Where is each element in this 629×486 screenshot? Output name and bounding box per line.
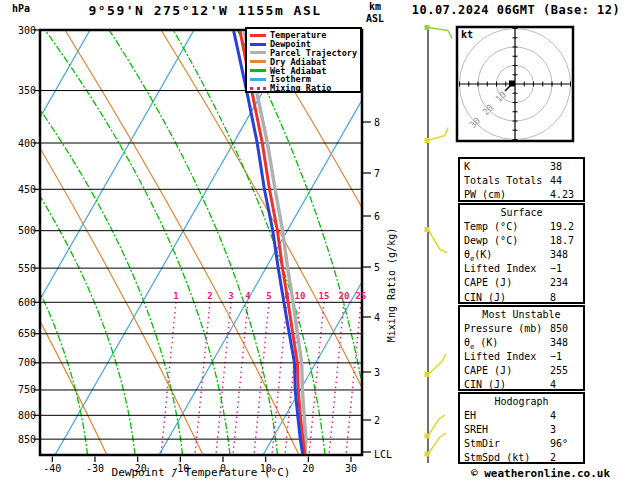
pressure-tick-label: 800 <box>18 410 36 421</box>
indices-table-section: HodographEH4SREH3StmDir96°StmSpd (kt)2 <box>458 392 585 464</box>
altitude-axis-unit-km: km <box>369 1 381 12</box>
altitude-tick-label: 4 <box>374 312 380 323</box>
lcl-label: LCL <box>374 449 392 460</box>
table-row-label: Pressure (mb) <box>464 322 542 336</box>
table-row-value: −1 <box>550 262 562 276</box>
wind-barb-staff <box>428 437 440 454</box>
dry-adiabat-line <box>0 30 11 455</box>
table-row-value: 44 <box>550 174 562 188</box>
datetime-label: 10.07.2024 06GMT (Base: 12) <box>403 3 629 17</box>
table-row-value: 4.23 <box>550 188 574 202</box>
mixing-ratio-tick-label: 10 <box>295 291 306 301</box>
legend-item-label: Parcel Trajectory <box>270 49 357 57</box>
isotherm-line <box>55 30 298 455</box>
page-title: 9°59'N 275°12'W 1155m ASL <box>40 3 370 18</box>
dry-adiabat-line <box>65 30 299 455</box>
altitude-tick-label: 7 <box>374 168 380 179</box>
pressure-tick-label: 850 <box>18 434 36 445</box>
mixing-ratio-tick-label: 3 <box>228 291 233 301</box>
table-row-label: Totals Totals <box>464 174 542 188</box>
pressure-tick-label: 450 <box>18 184 36 195</box>
pressure-tick-label: 550 <box>18 263 36 274</box>
altitude-tick-label: 8 <box>374 117 380 128</box>
legend-item-label: Dry Adiabat <box>270 58 326 66</box>
table-row: Pressure (mb)850 <box>460 322 583 336</box>
table-row-value: 2 <box>550 451 556 465</box>
table-row: CIN (J)8 <box>460 291 583 305</box>
mixing-ratio-tick-label: 5 <box>266 291 271 301</box>
legend-swatch-icon <box>250 78 266 81</box>
wet-adiabat-line <box>0 30 88 455</box>
wind-barb-tick <box>440 250 447 253</box>
table-row-value: 348 <box>550 336 568 350</box>
table-row: CIN (J)4 <box>460 378 583 392</box>
wind-barb-tick <box>440 433 446 437</box>
legend-swatch-icon <box>250 51 266 54</box>
table-row: PW (cm)4.23 <box>460 188 583 202</box>
legend-item-label: Dewpoint <box>270 40 311 48</box>
legend-item-label: Mixing Ratio <box>270 84 331 92</box>
pressure-tick-label: 350 <box>18 85 36 96</box>
mixing-ratio-tick-label: 1 <box>173 291 178 301</box>
pressure-tick-label: 700 <box>18 357 36 368</box>
table-row-label: Dewp (°C) <box>464 234 518 248</box>
table-row-label: StmDir <box>464 437 500 451</box>
legend-item-label: Isotherm <box>270 75 311 83</box>
table-row: Lifted Index−1 <box>460 262 583 276</box>
pressure-tick-label: 600 <box>18 297 36 308</box>
wind-barb-tick <box>439 415 445 419</box>
copyright-label: © weatheronline.co.uk <box>452 467 629 480</box>
table-row-value: 348 <box>550 248 568 262</box>
wind-barb-tick <box>442 354 446 362</box>
indices-table-section: Most UnstablePressure (mb)850θe (K)348Li… <box>458 305 585 391</box>
table-row: CAPE (J)255 <box>460 364 583 378</box>
mixing-ratio-line <box>329 302 344 455</box>
altitude-tick-label: 6 <box>374 211 380 222</box>
pressure-tick-label: 400 <box>18 138 36 149</box>
table-row-label: CIN (J) <box>464 291 506 305</box>
wind-barb-column <box>425 25 453 463</box>
table-row-value: 850 <box>550 322 568 336</box>
mixing-ratio-line <box>216 302 231 455</box>
altitude-tick-label: 3 <box>374 367 380 378</box>
mixing-ratio-line <box>233 302 248 455</box>
table-row-value: 4 <box>550 409 556 423</box>
hodograph-unit-label: kt <box>461 29 473 40</box>
table-row-label: CAPE (J) <box>464 364 512 378</box>
pressure-tick-label: 750 <box>18 384 36 395</box>
table-row-value: 8 <box>550 291 556 305</box>
pressure-tick-label: 650 <box>18 328 36 339</box>
table-row-label: CAPE (J) <box>464 276 512 290</box>
legend-swatch-icon <box>250 87 266 90</box>
mixing-ratio-tick-label: 25 <box>356 291 367 301</box>
table-row-label: PW (cm) <box>464 188 506 202</box>
mixing-ratio-line <box>161 302 176 455</box>
legend-item-label: Temperature <box>270 31 326 39</box>
table-row-label: Lifted Index <box>464 350 536 364</box>
wind-barb-staff <box>428 419 439 436</box>
wind-barb-staff <box>428 230 440 250</box>
table-row-value: 19.2 <box>550 220 574 234</box>
table-row: K38 <box>460 160 583 174</box>
table-row-value: 96° <box>550 437 568 451</box>
hodograph: 102030 <box>457 27 573 141</box>
legend-box: TemperatureDewpointParcel TrajectoryDry … <box>245 27 362 93</box>
table-section-header: Most Unstable <box>460 308 583 322</box>
table-section-header: Hodograph <box>460 395 583 409</box>
mixing-ratio-tick-label: 2 <box>207 291 212 301</box>
table-row-label: EH <box>464 409 476 423</box>
pressure-tick-label: 300 <box>18 25 36 36</box>
mixing-ratio-tick-label: 4 <box>245 291 251 301</box>
altitude-tick-label: 2 <box>374 415 380 426</box>
altitude-axis-unit-asl: ASL <box>366 13 384 24</box>
mixing-ratio-line <box>346 302 361 455</box>
legend-swatch-icon <box>250 43 266 46</box>
mixing-ratio-axis-label: Mixing Ratio (g/kg) <box>386 228 397 342</box>
wind-barb-tick <box>445 128 448 136</box>
indices-table-section: K38Totals Totals44PW (cm)4.23 <box>458 157 585 202</box>
legend-swatch-icon <box>250 34 266 37</box>
table-row-label: Lifted Index <box>464 262 536 276</box>
wind-barb-staff <box>428 136 445 141</box>
table-row-value: 3 <box>550 423 556 437</box>
indices-table-section: SurfaceTemp (°C)19.2Dewp (°C)18.7θe(K)34… <box>458 203 585 304</box>
